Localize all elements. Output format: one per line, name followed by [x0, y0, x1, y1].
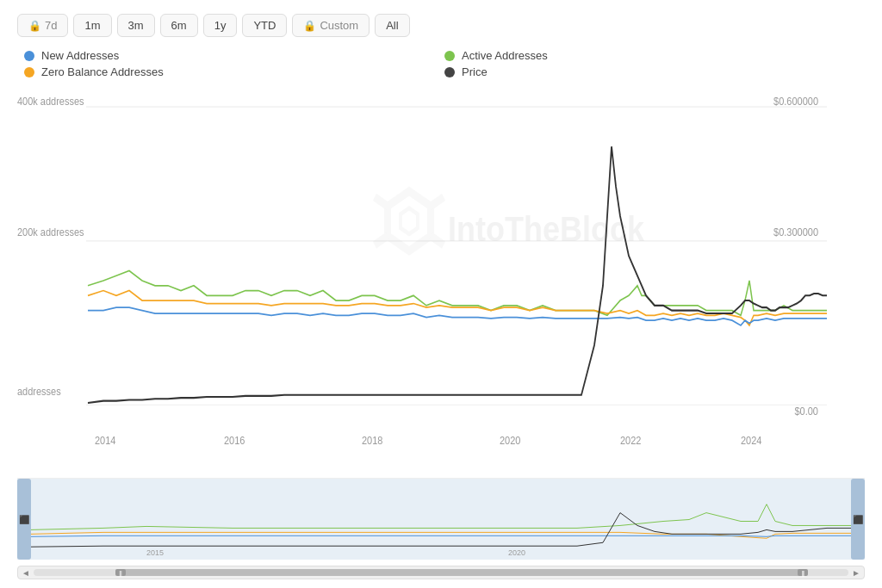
price-line	[88, 146, 827, 403]
svg-line-7	[431, 197, 444, 206]
nav-label-2020: 2020	[508, 548, 525, 557]
svg-line-5	[375, 197, 388, 206]
x-label-2024: 2024	[741, 435, 762, 448]
x-label-2014: 2014	[95, 435, 116, 448]
lock-icon: 🔒	[28, 20, 41, 32]
btn-label-3m: 3m	[128, 19, 144, 32]
toolbar-btn-all[interactable]: All	[375, 14, 409, 37]
y-left-bot-label: addresses	[17, 385, 61, 398]
y-left-mid-label: 200k addresses	[17, 226, 84, 238]
scrollbar-track: ||| |||	[34, 569, 848, 576]
toolbar-btn-6m[interactable]: 6m	[160, 14, 198, 37]
y-left-top-label: 400k addresses	[17, 95, 84, 108]
watermark	[375, 191, 444, 251]
legend-dot-active-addresses	[444, 51, 455, 61]
main-chart: 400k addresses 200k addresses addresses …	[17, 87, 865, 474]
legend-dot-price	[444, 67, 455, 77]
legend-item-price: Price	[444, 65, 865, 78]
legend-item-new-addresses: New Addresses	[24, 49, 444, 62]
scrollbar[interactable]: ◄ ||| ||| ►	[17, 566, 865, 579]
legend-label-active-addresses: Active Addresses	[462, 49, 548, 62]
nav-right-handle[interactable]: ⬛	[853, 515, 864, 526]
nav-left-handle[interactable]: ⬛	[19, 515, 30, 526]
y-right-top-label: $0.600000	[773, 95, 818, 108]
chart-legend: New AddressesActive AddressesZero Balanc…	[17, 49, 865, 78]
thumb-right-handle[interactable]: |||	[798, 569, 808, 576]
thumb-left-handle[interactable]: |||	[115, 569, 126, 576]
chart-wrapper: 400k addresses 200k addresses addresses …	[17, 87, 865, 579]
legend-label-zero-balance: Zero Balance Addresses	[41, 65, 164, 78]
scroll-right-arrow[interactable]: ►	[852, 568, 860, 578]
legend-dot-zero-balance	[24, 67, 34, 77]
toolbar-btn-7d[interactable]: 🔒7d	[17, 14, 68, 37]
navigator-svg: ⬛ ⬛ 2015 2020	[17, 479, 865, 564]
svg-rect-9	[17, 479, 865, 560]
legend-label-new-addresses: New Addresses	[41, 49, 119, 62]
main-chart-svg: 400k addresses 200k addresses addresses …	[17, 87, 865, 474]
toolbar-btn-ytd[interactable]: YTD	[242, 14, 287, 37]
y-right-mid-label: $0.300000	[773, 226, 818, 238]
btn-label-ytd: YTD	[253, 19, 276, 32]
y-right-bot-label: $0.00	[795, 405, 819, 418]
legend-label-price: Price	[462, 65, 488, 78]
x-label-2020: 2020	[500, 435, 521, 448]
app-container: 🔒7d1m3m6m1yYTD🔒CustomAll New AddressesAc…	[0, 0, 882, 588]
scroll-left-arrow[interactable]: ◄	[22, 568, 30, 578]
scrollbar-thumb[interactable]: ||| |||	[115, 569, 808, 576]
toolbar-btn-custom[interactable]: 🔒Custom	[292, 14, 370, 37]
x-label-2016: 2016	[224, 435, 245, 448]
btn-label-all: All	[386, 19, 398, 32]
legend-item-active-addresses: Active Addresses	[444, 49, 865, 62]
navigator: ⬛ ⬛ 2015 2020	[17, 478, 865, 564]
nav-label-2015: 2015	[146, 548, 164, 557]
toolbar-btn-3m[interactable]: 3m	[117, 14, 155, 37]
x-label-2018: 2018	[362, 435, 383, 448]
time-range-toolbar: 🔒7d1m3m6m1yYTD🔒CustomAll	[17, 14, 865, 37]
btn-label-1m: 1m	[84, 19, 100, 32]
toolbar-btn-1m[interactable]: 1m	[73, 14, 111, 37]
btn-label-1y: 1y	[214, 19, 227, 32]
toolbar-btn-1y[interactable]: 1y	[203, 14, 238, 37]
watermark-text: IntoTheBlock	[448, 208, 644, 248]
legend-dot-new-addresses	[24, 51, 34, 61]
btn-label-custom: Custom	[320, 19, 358, 32]
svg-marker-4	[401, 208, 418, 234]
svg-line-8	[431, 236, 444, 244]
legend-item-zero-balance: Zero Balance Addresses	[24, 65, 444, 78]
svg-line-6	[375, 236, 388, 244]
svg-marker-3	[388, 191, 431, 251]
lock-icon: 🔒	[303, 20, 316, 32]
btn-label-7d: 7d	[45, 19, 57, 32]
btn-label-6m: 6m	[171, 19, 187, 32]
x-label-2022: 2022	[620, 435, 641, 448]
active-addresses-line	[88, 270, 827, 315]
